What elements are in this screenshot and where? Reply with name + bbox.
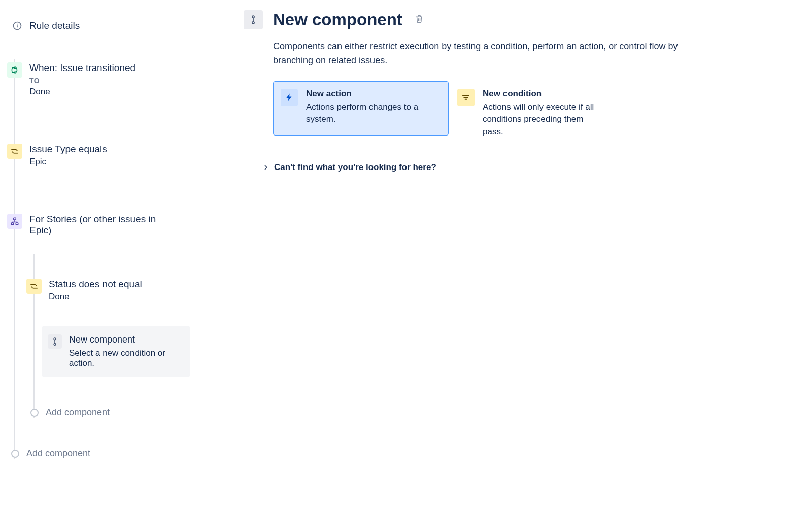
rule-add-component[interactable]: Add component <box>0 448 190 459</box>
add-circle-icon <box>11 450 19 458</box>
branch-condition-title: Status does not equal <box>49 279 142 290</box>
svg-point-9 <box>54 343 56 345</box>
branch-new-component[interactable]: New component Select a new condition or … <box>42 326 190 377</box>
add-circle-icon <box>30 409 39 417</box>
new-condition-card[interactable]: New condition Actions will only execute … <box>457 81 624 148</box>
svg-rect-7 <box>16 223 18 225</box>
panel-title: New component <box>273 10 402 29</box>
trigger-to-label: TO <box>29 77 136 85</box>
condition-card-title: New condition <box>483 89 604 99</box>
branch-condition-status[interactable]: Status does not equal Done <box>19 275 190 306</box>
trigger-to-value: Done <box>29 87 136 97</box>
rule-timeline-line <box>14 59 15 459</box>
component-panel: New component Components can either rest… <box>190 0 812 508</box>
condition-value: Epic <box>29 157 107 167</box>
condition-icon <box>26 279 42 294</box>
branch-add-component[interactable]: Add component <box>19 407 190 418</box>
help-toggle[interactable]: Can't find what you're looking for here? <box>262 162 792 173</box>
svg-point-4 <box>14 72 16 73</box>
condition-title: Issue Type equals <box>29 144 107 155</box>
rule-details-label: Rule details <box>29 20 80 31</box>
rule-branch[interactable]: For Stories (or other issues in Epic) <box>0 210 190 240</box>
branch-title: For Stories (or other issues in Epic) <box>29 214 178 236</box>
trigger-title: When: Issue transitioned <box>29 62 136 74</box>
help-label: Can't find what you're looking for here? <box>274 162 436 173</box>
panel-subtitle: Components can either restrict execution… <box>273 40 689 68</box>
rule-condition-issuetype[interactable]: Issue Type equals Epic <box>0 140 190 171</box>
rule-branch-children: Status does not equal Done New component… <box>19 254 190 418</box>
trigger-icon <box>7 62 22 78</box>
condition-card-desc: Actions will only execute if all conditi… <box>483 101 604 139</box>
rule-trigger[interactable]: When: Issue transitioned TO Done <box>0 58 190 101</box>
branch-condition-value: Done <box>49 292 142 302</box>
add-component-outer-label: Add component <box>26 448 90 459</box>
delete-component-button[interactable] <box>415 14 424 25</box>
filter-icon <box>457 89 475 106</box>
condition-icon <box>7 144 22 159</box>
action-card-title: New action <box>306 89 428 99</box>
info-icon <box>12 21 22 31</box>
action-card-desc: Actions perform changes to a system. <box>306 101 428 126</box>
chevron-right-icon <box>262 163 270 172</box>
new-component-icon <box>48 334 62 349</box>
rule-details-header[interactable]: Rule details <box>0 0 190 44</box>
svg-rect-6 <box>11 223 14 225</box>
add-component-label: Add component <box>46 407 110 418</box>
svg-point-3 <box>14 67 16 69</box>
svg-point-8 <box>54 338 56 340</box>
new-component-desc: Select a new condition or action. <box>69 348 180 368</box>
branch-icon <box>7 214 22 229</box>
rule-sidebar: Rule details When: Issue transitioned TO… <box>0 0 190 508</box>
bolt-icon <box>281 89 298 106</box>
new-component-title: New component <box>69 334 180 345</box>
svg-point-10 <box>252 16 254 18</box>
svg-point-11 <box>252 22 254 24</box>
panel-icon <box>244 10 263 29</box>
svg-point-2 <box>17 24 18 25</box>
new-action-card[interactable]: New action Actions perform changes to a … <box>273 81 449 136</box>
svg-rect-5 <box>14 218 16 220</box>
